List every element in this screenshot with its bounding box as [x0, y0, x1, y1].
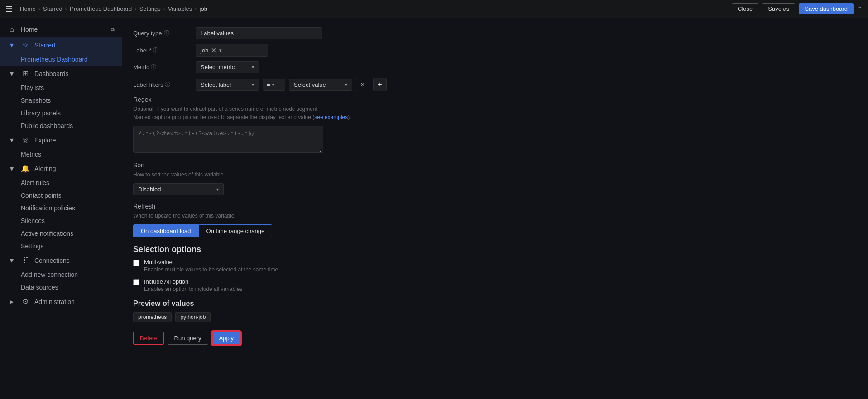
- run-query-button[interactable]: Run query: [168, 332, 208, 345]
- breadcrumb-starred[interactable]: Starred: [43, 5, 62, 12]
- label-filters-info-icon[interactable]: ⓘ: [165, 81, 170, 89]
- connections-icon: ⛓: [21, 256, 30, 265]
- query-type-label: Query type ⓘ: [133, 29, 192, 37]
- sidebar-item-alert-rules[interactable]: Alert rules: [0, 176, 122, 189]
- sidebar-item-explore[interactable]: ▾ ◎ Explore: [0, 132, 122, 148]
- sidebar-item-settings[interactable]: Settings: [0, 240, 122, 252]
- chevron-right-admin-icon: ▸: [7, 297, 16, 306]
- include-all-label-group: Include All option Enables an option to …: [144, 278, 242, 292]
- query-type-info-icon[interactable]: ⓘ: [164, 29, 169, 37]
- label-filters-select-value[interactable]: Select value ▾: [289, 79, 352, 91]
- star-icon: ☆: [21, 41, 30, 49]
- chevron-down-dashboards-icon: ▾: [7, 69, 16, 78]
- sidebar-item-silences[interactable]: Silences: [0, 214, 122, 227]
- sidebar-settings-label: Settings: [21, 242, 44, 250]
- sidebar-item-dashboards[interactable]: ▾ ⊞ Dashboards: [0, 66, 122, 81]
- sidebar-item-data-sources[interactable]: Data sources: [0, 281, 122, 294]
- breadcrumb-settings[interactable]: Settings: [139, 5, 161, 12]
- sidebar-playlists-label: Playlists: [21, 84, 44, 91]
- action-row: Delete Run query Apply: [133, 331, 857, 345]
- explore-icon: ◎: [21, 136, 30, 144]
- preview-section: Preview of values prometheus python-job: [133, 299, 857, 322]
- sort-select[interactable]: Disabled ▾: [133, 183, 224, 195]
- sidebar-active-notifications-label: Active notifications: [21, 230, 73, 237]
- metric-info-icon[interactable]: ⓘ: [151, 63, 156, 71]
- multi-value-label-group: Multi-value Enables multiple values to b…: [144, 259, 278, 273]
- include-all-checkbox[interactable]: [133, 279, 139, 285]
- save-as-button[interactable]: Save as: [762, 3, 795, 14]
- metric-caret-icon: ▾: [252, 65, 254, 70]
- sidebar-item-home[interactable]: ⌂ Home ⧉: [0, 22, 122, 37]
- sidebar-item-notification-policies[interactable]: Notification policies: [0, 202, 122, 214]
- sidebar-administration-label: Administration: [34, 298, 75, 305]
- sidebar-alert-rules-label: Alert rules: [21, 179, 49, 186]
- sidebar: ⌂ Home ⧉ ▾ ☆ Starred Prometheus Dashboar…: [0, 18, 122, 399]
- sidebar-item-prometheus-dashboard[interactable]: Prometheus Dashboard: [0, 53, 122, 66]
- breadcrumb-prometheus-dashboard[interactable]: Prometheus Dashboard: [70, 5, 132, 12]
- chevron-down-starred-icon: ▾: [7, 41, 16, 49]
- include-all-row: Include All option Enables an option to …: [133, 278, 857, 292]
- sidebar-item-administration[interactable]: ▸ ⚙ Administration: [0, 294, 122, 309]
- sort-title: Sort: [133, 162, 857, 169]
- sidebar-contact-points-label: Contact points: [21, 192, 62, 199]
- include-all-title: Include All option: [144, 278, 242, 285]
- sidebar-item-playlists[interactable]: Playlists: [0, 81, 122, 94]
- label-chevron-icon[interactable]: ▾: [219, 48, 222, 53]
- sidebar-item-contact-points[interactable]: Contact points: [0, 189, 122, 202]
- label-filters-value-caret-icon: ▾: [345, 82, 347, 87]
- sort-section: Sort How to sort the values of this vari…: [133, 162, 857, 195]
- metric-select[interactable]: Select metric ▾: [196, 61, 259, 73]
- close-button[interactable]: Close: [732, 3, 758, 14]
- hamburger-icon[interactable]: ☰: [5, 4, 13, 14]
- regex-link[interactable]: see examples: [314, 114, 348, 120]
- sidebar-explore-label: Explore: [34, 137, 56, 144]
- regex-section: Regex Optional, if you want to extract p…: [133, 96, 857, 154]
- breadcrumb-home[interactable]: Home: [20, 5, 36, 12]
- sidebar-item-alerting[interactable]: ▾ 🔔 Alerting: [0, 161, 122, 176]
- preview-tags: prometheus python-job: [133, 312, 857, 322]
- preview-tag-0: prometheus: [133, 312, 172, 322]
- sidebar-library-panels-label: Library panels: [21, 109, 61, 117]
- label-filters-eq-select[interactable]: = ▾: [263, 79, 285, 91]
- sidebar-dashboards-label: Dashboards: [34, 70, 69, 77]
- save-dashboard-button[interactable]: Save dashboard: [799, 3, 854, 14]
- sidebar-item-connections[interactable]: ▾ ⛓ Connections: [0, 252, 122, 268]
- refresh-section: Refresh When to update the values of thi…: [133, 203, 857, 238]
- label-filters-remove-button[interactable]: ✕: [356, 78, 369, 91]
- apply-button[interactable]: Apply: [212, 331, 241, 345]
- label-input[interactable]: job ✕ ▾: [196, 44, 268, 57]
- delete-button[interactable]: Delete: [133, 332, 164, 345]
- label-filters-select-label[interactable]: Select label ▾: [196, 79, 259, 91]
- refresh-title: Refresh: [133, 203, 857, 210]
- sidebar-item-library-panels[interactable]: Library panels: [0, 107, 122, 119]
- label-filters-add-button[interactable]: +: [373, 78, 387, 91]
- chevron-up-icon[interactable]: ⌃: [857, 5, 863, 13]
- sidebar-item-metrics[interactable]: Metrics: [0, 148, 122, 161]
- home-icon: ⌂: [7, 25, 16, 33]
- label-label: Label * ⓘ: [133, 47, 192, 54]
- sidebar-add-new-connection-label: Add new connection: [21, 271, 78, 278]
- chevron-down-explore-icon: ▾: [7, 136, 16, 144]
- sidebar-item-starred[interactable]: ▾ ☆ Starred: [0, 37, 122, 53]
- sidebar-item-snapshots[interactable]: Snapshots: [0, 94, 122, 107]
- breadcrumb-current: job: [200, 5, 207, 12]
- breadcrumb-variables[interactable]: Variables: [168, 5, 192, 12]
- sidebar-snapshots-label: Snapshots: [21, 97, 51, 104]
- label-clear-icon[interactable]: ✕: [211, 47, 216, 54]
- sidebar-item-active-notifications[interactable]: Active notifications: [0, 227, 122, 240]
- sort-desc: How to sort the values of this variable: [133, 171, 857, 179]
- metric-label: Metric ⓘ: [133, 63, 192, 71]
- sidebar-item-public-dashboards[interactable]: Public dashboards: [0, 119, 122, 132]
- label-filters-caret-icon: ▾: [252, 82, 254, 87]
- multi-value-desc: Enables multiple values to be selected a…: [144, 266, 278, 273]
- refresh-desc: When to update the values of this variab…: [133, 212, 857, 220]
- sidebar-item-add-new-connection[interactable]: Add new connection: [0, 268, 122, 281]
- refresh-tab-time-range[interactable]: On time range change: [199, 224, 273, 238]
- label-info-icon[interactable]: ⓘ: [153, 47, 158, 54]
- refresh-tab-dashboard-load[interactable]: On dashboard load: [133, 224, 199, 238]
- regex-input[interactable]: [133, 126, 323, 153]
- query-type-input[interactable]: Label values: [196, 27, 322, 39]
- multi-value-checkbox[interactable]: [133, 260, 139, 266]
- sidebar-connections-label: Connections: [34, 257, 70, 264]
- gear-icon: ⚙: [21, 297, 30, 306]
